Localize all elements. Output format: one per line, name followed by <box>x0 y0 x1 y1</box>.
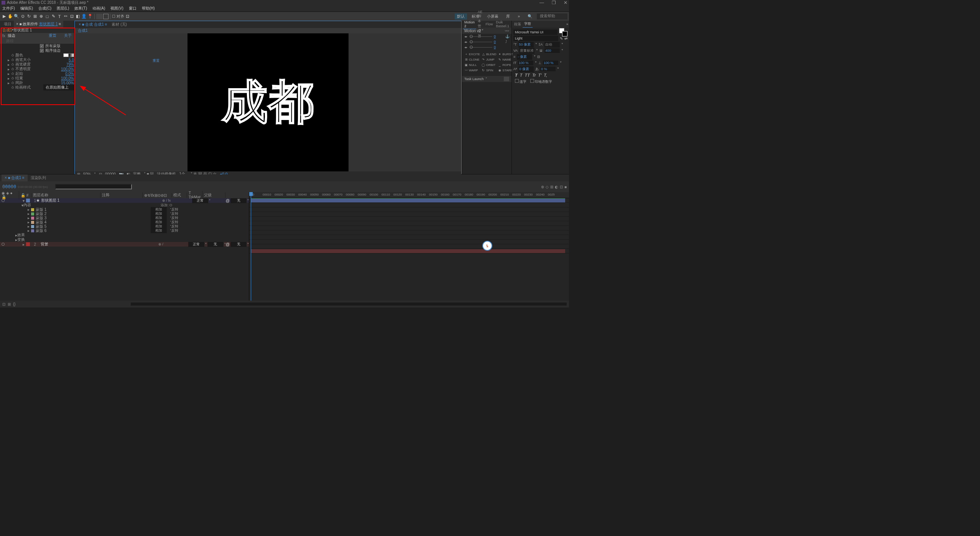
timeline-comp-tab[interactable]: × ■ 合成1 ≡ <box>2 174 28 181</box>
smallcaps-button[interactable]: Tr <box>532 73 536 77</box>
script-mgr-tab[interactable]: AE脚本管理器 <box>476 9 484 39</box>
effects-group[interactable]: ▸ 效果 <box>0 233 249 237</box>
anchor-tool[interactable]: ⊕ <box>38 14 44 19</box>
camera-tool[interactable]: ⊞ <box>32 14 38 19</box>
menu-file[interactable]: 文件(F) <box>2 6 15 11</box>
selection-tool[interactable]: ▶ <box>2 14 7 19</box>
effect-reset-link[interactable]: 重置 <box>49 33 56 38</box>
tl-icon3[interactable]: ⊞ <box>550 185 553 189</box>
clone-button[interactable]: ⊞CLONE <box>464 57 481 62</box>
menu-effect[interactable]: 效果(T) <box>74 6 87 11</box>
zoom-tool[interactable]: 🔍 <box>14 14 19 19</box>
slider2-value[interactable]: 0 <box>494 40 505 44</box>
snap-icon[interactable]: ⊡ <box>125 14 130 19</box>
shape-tool[interactable]: □ <box>44 14 50 19</box>
rotate-tool[interactable]: ↻ <box>26 14 31 19</box>
menu-window[interactable]: 窗口 <box>129 6 136 11</box>
maximize-button[interactable]: ❐ <box>552 0 556 5</box>
layer-row-1[interactable]: ▾ 1 ★ 形状图层 1 ⊕ / fx 正常˅ @无˅ <box>0 198 249 203</box>
effect-about-link[interactable]: 关于 <box>64 33 72 38</box>
motion-version-dropdown[interactable]: Motion v2 <box>464 29 481 33</box>
baseline-input[interactable]: 0 像素 <box>518 66 534 72</box>
current-time-input[interactable]: 00000 <box>2 184 16 189</box>
menu-help[interactable]: 帮助(H) <box>142 6 155 11</box>
time-ruler[interactable]: 0000010000200003000040000500006000070000… <box>249 192 569 198</box>
menu-animation[interactable]: 动画(A) <box>92 6 105 11</box>
effect-controls-tab[interactable]: × ■ 效果控件 形状图层 1 ≡ <box>14 21 63 28</box>
toggle-switches-icon[interactable]: ⊡ <box>2 302 5 306</box>
subscript-button[interactable]: T, <box>544 73 547 77</box>
snap-toggle[interactable]: ☐ 对齐 <box>112 14 124 19</box>
mode-dropdown[interactable]: 正常 <box>192 198 208 203</box>
menu-view[interactable]: 视图(V) <box>110 6 123 11</box>
eyedropper-icon[interactable] <box>69 53 74 57</box>
stroke-color[interactable] <box>103 14 109 19</box>
spin-button[interactable]: ↻SPIN <box>481 67 497 73</box>
close-button[interactable]: ✕ <box>564 0 567 5</box>
blend-button[interactable]: △BLEND <box>481 51 497 57</box>
all-mask-checkbox[interactable]: ✓ <box>40 44 44 48</box>
tsume-input[interactable]: 0 % <box>540 67 556 71</box>
start-value[interactable]: 0.0% <box>65 72 74 76</box>
stroke-width-input[interactable]: - 像素 <box>517 54 532 60</box>
jump-button[interactable]: ↷JUMP <box>481 57 497 62</box>
roto-tool[interactable]: 👤 <box>81 14 87 19</box>
wave-icon[interactable]: 〰️ <box>505 29 509 33</box>
slider1-value[interactable]: 0 <box>494 35 505 38</box>
fill-color[interactable] <box>96 14 102 19</box>
search-help-input[interactable]: 搜索帮助 <box>537 13 567 20</box>
brush-size-value[interactable]: 5.0 <box>69 58 74 62</box>
tl-icon1[interactable]: ⊕ <box>541 185 544 189</box>
menu-composition[interactable]: 合成(C) <box>38 6 51 11</box>
puppet-tool[interactable]: 📍 <box>87 14 93 19</box>
tl-icon6[interactable]: ■ <box>564 185 567 189</box>
eraser-tool[interactable]: ◧ <box>75 14 81 19</box>
brush-tool[interactable]: ✏ <box>63 14 68 19</box>
hscale-input[interactable]: 100 % <box>543 61 558 65</box>
workspace-small[interactable]: 小屏幕 <box>484 14 502 19</box>
playhead[interactable] <box>251 192 251 301</box>
mode-dropdown[interactable]: 正常 <box>188 242 204 247</box>
orbit-tool[interactable]: ⊙ <box>20 14 25 19</box>
project-tab[interactable]: 项目 <box>2 21 14 28</box>
brush-hardness-value[interactable]: 79% <box>66 62 74 67</box>
layer-color[interactable] <box>26 242 30 246</box>
parent-dropdown[interactable]: 无 <box>230 198 247 203</box>
paint-style-dropdown[interactable]: 在原始图像上 <box>43 84 74 90</box>
eyedropper-icon[interactable]: ✎ <box>560 36 563 41</box>
toggle-modes-icon[interactable]: ⊞ <box>8 302 11 306</box>
task-launch-button[interactable] <box>504 77 509 81</box>
task-launch-dropdown[interactable]: Task Launch <box>464 77 484 81</box>
timeline-tracks[interactable]: 0000010000200003000040000500006000070000… <box>249 192 569 301</box>
clone-tool[interactable]: ⊡ <box>69 14 74 19</box>
bold-button[interactable]: T <box>515 73 518 77</box>
timeline-zoom-scrollbar[interactable] <box>131 303 567 306</box>
viewer-area[interactable]: 成都 <box>75 33 461 171</box>
footage-tab[interactable]: 素材 (无) <box>109 21 129 28</box>
menu-layer[interactable]: 图层(L) <box>57 6 69 11</box>
seq-stroke-checkbox[interactable]: ✓ <box>40 49 44 53</box>
swap-icon[interactable]: ⇄ <box>564 36 567 41</box>
transform-reset[interactable]: 重置 <box>153 58 159 63</box>
tl-icon4[interactable]: ◐ <box>555 185 558 189</box>
motion2-tab[interactable]: Motion 2 <box>463 20 476 29</box>
layer-row-2[interactable]: ▸ 2 背景 ⊕ / 正常˅ 无˅ @无˅ <box>0 242 249 247</box>
orbit-button[interactable]: ◯ORBIT <box>481 62 497 67</box>
timeline-search[interactable] <box>55 184 132 189</box>
comp-link[interactable]: 合成1 <box>78 28 88 33</box>
mask-row[interactable]: ▸蒙版 6相加˅反转 <box>0 229 249 233</box>
flow-tab[interactable]: Flow <box>484 21 494 27</box>
hand-tool[interactable]: ✋ <box>8 14 13 19</box>
workspace-library[interactable]: 库 <box>503 14 513 19</box>
character-tab[interactable]: 字符 <box>523 21 533 28</box>
visibility-toggle[interactable] <box>2 199 5 202</box>
end-value[interactable]: 100.0% <box>61 76 74 81</box>
menu-edit[interactable]: 编辑(E) <box>20 6 33 11</box>
hindi-checkbox[interactable] <box>530 79 534 83</box>
ligature-checkbox[interactable] <box>515 79 519 83</box>
opacity-value[interactable]: 100.0% <box>61 67 74 71</box>
color-swatch[interactable] <box>63 53 69 57</box>
layer-color[interactable] <box>26 199 30 202</box>
excite-button[interactable]: +EXCITE <box>464 51 481 57</box>
text-tool[interactable]: T <box>57 14 62 19</box>
